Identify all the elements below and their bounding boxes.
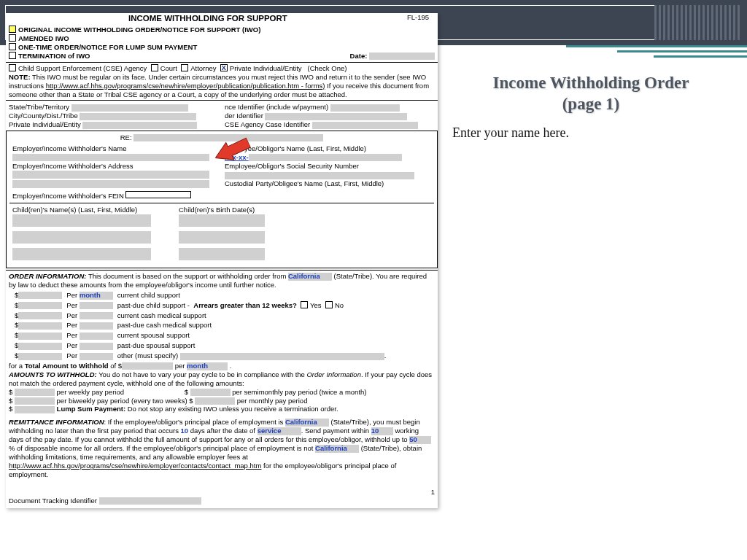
lbl-order: der Identifier — [225, 112, 263, 120]
line-5: past-due spousal support — [116, 341, 388, 350]
amts-lead: You do not have to vary your pay cycle t… — [97, 370, 307, 378]
co-cse: Child Support Enforcement (CSE) Agency — [18, 64, 147, 72]
fld-remit[interactable] — [330, 104, 400, 112]
fld-city[interactable] — [80, 113, 196, 120]
lbl-priv: Private Individual/Entity — [9, 120, 81, 129]
total-month: month — [187, 362, 208, 370]
checkbox-amended[interactable] — [9, 34, 16, 42]
fld-fein[interactable] — [125, 191, 191, 198]
remit-v50: 50 — [409, 435, 417, 443]
remit-t5: % of disposable income for all orders. I… — [9, 444, 315, 452]
teal-accent-lines — [566, 45, 747, 58]
remit-service: service — [258, 427, 282, 435]
yes: Yes — [310, 301, 322, 309]
amt-wk: per weekly pay period — [57, 388, 124, 396]
month-0: month — [80, 291, 101, 299]
fld-ssn[interactable] — [249, 154, 402, 161]
checkbox-termination[interactable] — [9, 52, 16, 59]
note-link[interactable]: http://www.acf.hhs.gov/programs/cse/newh… — [46, 82, 325, 90]
amt-mo: per monthly pay period — [237, 397, 308, 405]
child-name-3[interactable] — [12, 248, 151, 260]
lbl-state: State/Tribe/Territory — [9, 103, 69, 112]
lump-b: Lump Sum Payment: — [57, 405, 126, 413]
track-label: Document Tracking Identifier — [9, 497, 97, 505]
fld-total[interactable] — [122, 362, 173, 370]
opt-termination: TERMINATION of IWO — [18, 52, 90, 60]
lbl-case: CSE Agency Case Identifier — [225, 120, 310, 128]
amt-semi: per semimonthly pay period (twice a mont… — [232, 388, 366, 396]
amt-biwk: per biweekly pay period (every two weeks… — [57, 397, 193, 405]
total-lead: for a — [9, 362, 25, 370]
amts-head: AMOUNTS TO WITHHOLD: — [9, 370, 97, 378]
remit-state1: California — [285, 418, 317, 426]
form-title: INCOME WITHHOLDING FOR SUPPORT — [9, 13, 435, 23]
remit-t3: . Send payment within — [301, 427, 371, 435]
remit-state2: California — [315, 444, 347, 452]
fld-track[interactable] — [99, 497, 201, 505]
remit-link[interactable]: http://www.acf.hhs.gov/programs/cse/newh… — [9, 462, 261, 470]
chk-yes[interactable] — [301, 301, 308, 308]
co-attorney: Attorney — [190, 64, 216, 72]
slide-title-line2: (page 1) — [562, 95, 620, 113]
per-4: Per — [66, 331, 77, 339]
amts-oi: Order Information — [306, 370, 360, 378]
checkbox-court[interactable] — [151, 64, 158, 71]
amount-lines: $Per monthcurrent child support $Per pas… — [9, 289, 392, 362]
lbl-emp-addr: Employer/Income Withholder's Address — [12, 162, 133, 170]
total-per: per — [173, 362, 187, 370]
child-name-2[interactable] — [12, 231, 151, 244]
lbl-child-dob: Child(ren)'s Birth Date(s) — [179, 206, 255, 214]
oi-state: California — [288, 272, 320, 280]
date-label: Date: — [350, 52, 368, 60]
oi-lead: This document is based on the support or… — [86, 272, 288, 280]
line-6: other (must specify) — [117, 351, 178, 359]
note-label: NOTE: — [9, 73, 31, 81]
remit-head: REMITTANCE INFORMATION — [9, 418, 104, 426]
child-dob-1[interactable] — [179, 214, 265, 227]
lbl-remit: nce Identifier (include w/payment) — [225, 103, 328, 111]
re-label: RE: — [120, 133, 132, 141]
per-0: Per — [66, 291, 77, 299]
co-note: (Check One) — [308, 64, 347, 72]
fld-case[interactable] — [312, 122, 418, 129]
checkbox-cse[interactable] — [9, 64, 16, 71]
header-decoration — [654, 5, 742, 40]
co-private: Private Individual/Entity — [230, 64, 302, 72]
opt-onetime: ONE-TIME ORDER/NOTICE FOR LUMP SUM PAYME… — [18, 43, 197, 51]
fld-order[interactable] — [265, 113, 407, 120]
child-dob-2[interactable] — [179, 231, 265, 244]
form-document: FL-195 INCOME WITHHOLDING FOR SUPPORT OR… — [6, 13, 438, 508]
fld-emp-addr2[interactable] — [12, 180, 209, 188]
per-1: Per — [66, 301, 77, 309]
total-b: Total Amount to Withhold — [25, 362, 109, 370]
checkbox-onetime[interactable] — [9, 43, 16, 50]
fld-emp-name[interactable] — [12, 154, 209, 161]
lbl-child-names: Child(ren)'s Name(s) (Last, First, Middl… — [12, 206, 137, 214]
slide-title-line1: Income Withholding Order — [493, 74, 689, 92]
per-6: Per — [66, 351, 77, 359]
remit-v10b: 10 — [371, 427, 379, 435]
chk-no[interactable] — [325, 301, 333, 308]
checkbox-attorney[interactable] — [181, 64, 188, 71]
line-2: current cash medical support — [116, 311, 388, 320]
order-info-head: ORDER INFORMATION: — [9, 272, 86, 280]
fld-cust[interactable] — [225, 172, 414, 179]
page-number: 1 — [431, 488, 435, 496]
child-dob-3[interactable] — [179, 248, 265, 260]
lbl-cust: Custodial Party/Obligee's Name (Last, Fi… — [225, 179, 384, 187]
date-field[interactable] — [369, 52, 435, 60]
lbl-city: City/County/Dist./Tribe — [9, 112, 78, 120]
fld-state[interactable] — [71, 104, 188, 112]
checkbox-original[interactable] — [9, 26, 16, 33]
remit-t2: days after the date of — [188, 427, 258, 435]
lbl-ssn: Employee/Obligor's Social Security Numbe… — [225, 162, 359, 170]
line-3: past-due cash medical support — [116, 321, 388, 330]
child-name-1[interactable] — [12, 214, 151, 227]
checkbox-private-checked[interactable] — [220, 64, 228, 71]
form-number: FL-195 — [407, 13, 429, 22]
per-2: Per — [66, 311, 77, 319]
fld-emp-addr1[interactable] — [12, 171, 209, 179]
lbl-emp-name: Employer/Income Withholder's Name — [12, 144, 127, 152]
name-prompt[interactable]: Enter your name here. — [452, 125, 729, 141]
fld-priv[interactable] — [82, 122, 197, 129]
